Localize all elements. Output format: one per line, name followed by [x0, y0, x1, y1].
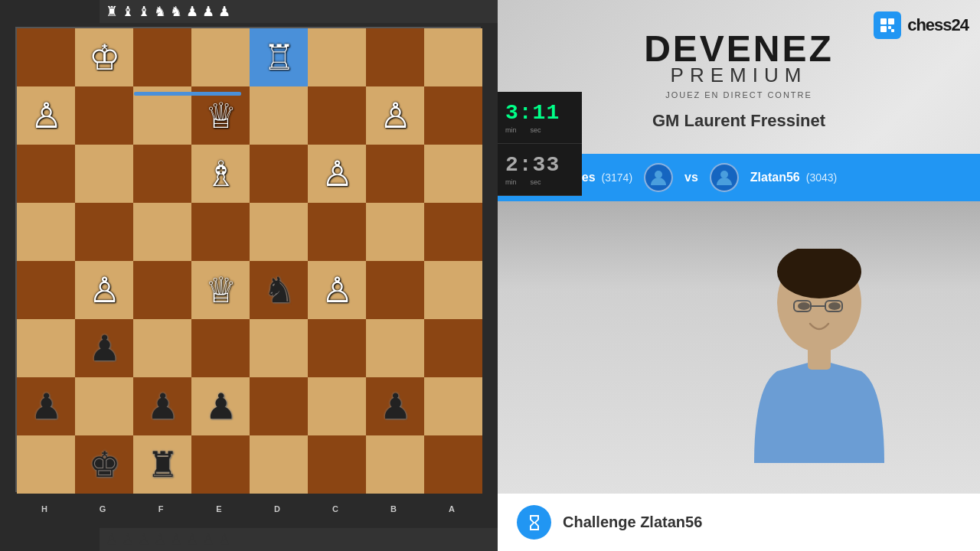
cell-b4[interactable]: [366, 203, 424, 261]
cell-f4[interactable]: [133, 203, 191, 261]
col-b: B: [364, 501, 423, 517]
captured-pieces-bottom: ♙ ♙ ♙ ♙ ♙ ♙ ♙ ♙: [100, 528, 498, 551]
white-queen-e5: ♕: [205, 272, 237, 308]
col-e: E: [190, 501, 248, 517]
cell-h6[interactable]: [17, 319, 75, 377]
cell-g3[interactable]: [75, 145, 133, 203]
cell-f3[interactable]: [133, 145, 191, 203]
white-rook-d1: ♖: [263, 40, 295, 75]
black-pawn-e7: ♟: [205, 389, 237, 424]
black-pawn-g6: ♟: [89, 331, 120, 366]
timer-top-value: 3:11: [505, 101, 574, 125]
chess24-logo[interactable]: chess24: [874, 11, 969, 39]
cell-d6[interactable]: [250, 319, 308, 377]
cell-a1[interactable]: [424, 28, 482, 86]
cell-e5[interactable]: ♕: [191, 261, 250, 319]
challenge-text[interactable]: Challenge Zlatan56: [563, 514, 702, 531]
cell-e1[interactable]: [191, 28, 250, 86]
cell-c5[interactable]: ♙: [308, 261, 366, 319]
player2-avatar: [710, 163, 739, 192]
cell-c6[interactable]: [308, 319, 366, 377]
cell-g4[interactable]: [75, 203, 133, 261]
cell-g2[interactable]: [75, 86, 133, 145]
white-bishop-e3: ♗: [205, 156, 237, 191]
cell-e7[interactable]: ♟: [191, 377, 250, 435]
cell-b5[interactable]: [366, 261, 424, 319]
cell-b2[interactable]: ♙: [366, 86, 424, 145]
col-f: F: [132, 501, 190, 517]
cell-g8[interactable]: ♚: [75, 435, 133, 494]
cell-h2[interactable]: ♙: [17, 86, 75, 145]
cell-b7[interactable]: ♟: [366, 377, 424, 435]
chess-board-panel: ♜ ♝ ♝ ♞ ♞ ♟ ♟ ♟ 1 2 3 4 5 6 7 8 ♔: [0, 0, 498, 551]
player1-rating: (3174): [602, 171, 632, 184]
cell-c4[interactable]: [308, 203, 366, 261]
col-d: D: [248, 501, 306, 517]
svg-rect-4: [891, 29, 894, 32]
cell-h8[interactable]: [17, 435, 75, 494]
timer-row-top: 3:11 min sec: [498, 92, 582, 144]
cell-g6[interactable]: ♟: [75, 319, 133, 377]
svg-point-6: [720, 171, 728, 178]
board-container: 1 2 3 4 5 6 7 8 ♔ ♖: [15, 19, 490, 532]
cell-g7[interactable]: [75, 377, 133, 435]
cell-c2[interactable]: [308, 86, 366, 145]
cell-d5[interactable]: ♞: [250, 261, 308, 319]
cell-b8[interactable]: [366, 435, 424, 494]
premium-subtitle: PREMIUM: [671, 64, 808, 87]
chess-board[interactable]: ♔ ♖ ♙ ♕ ♙ ♗: [15, 27, 481, 492]
white-pawn-b2: ♙: [380, 98, 411, 133]
timer-top-label: min sec: [505, 126, 574, 134]
cell-d1[interactable]: ♖: [250, 28, 308, 86]
cell-d4[interactable]: [250, 203, 308, 261]
cell-c3[interactable]: ♙: [308, 145, 366, 203]
cell-b3[interactable]: [366, 145, 424, 203]
white-pawn-h2: ♙: [31, 98, 62, 133]
cell-g5[interactable]: ♙: [75, 261, 133, 319]
move-indicator: [134, 92, 241, 96]
cell-f1[interactable]: [133, 28, 191, 86]
challenge-bar[interactable]: Challenge Zlatan56: [498, 494, 980, 551]
cell-f8[interactable]: ♜: [133, 435, 191, 494]
cell-e3[interactable]: ♗: [191, 145, 250, 203]
vs-label: vs: [684, 171, 698, 184]
cell-h7[interactable]: ♟: [17, 377, 75, 435]
cell-d2[interactable]: [250, 86, 308, 145]
cell-a8[interactable]: [424, 435, 482, 494]
cell-c1[interactable]: [308, 28, 366, 86]
cell-f7[interactable]: ♟: [133, 377, 191, 435]
cell-c8[interactable]: [308, 435, 366, 494]
player2-rating: (3043): [806, 171, 837, 184]
cell-b6[interactable]: [366, 319, 424, 377]
cell-e8[interactable]: [191, 435, 250, 494]
cell-a6[interactable]: [424, 319, 482, 377]
cell-a3[interactable]: [424, 145, 482, 203]
cell-b1[interactable]: [366, 28, 424, 86]
cell-a7[interactable]: [424, 377, 482, 435]
cell-a4[interactable]: [424, 203, 482, 261]
cell-g1[interactable]: ♔: [75, 28, 133, 86]
cell-e4[interactable]: [191, 203, 250, 261]
cell-a5[interactable]: [424, 261, 482, 319]
svg-rect-0: [880, 18, 887, 24]
cell-d3[interactable]: [250, 145, 308, 203]
black-rook-f8: ♜: [147, 447, 178, 482]
white-pawn-g5: ♙: [89, 272, 120, 308]
cell-f6[interactable]: [133, 319, 191, 377]
cell-d8[interactable]: [250, 435, 308, 494]
cell-h3[interactable]: [17, 145, 75, 203]
player2-name: Zlatan56: [750, 171, 800, 184]
col-c: C: [306, 501, 364, 517]
black-king: ♚: [89, 447, 120, 482]
cell-e6[interactable]: [191, 319, 250, 377]
cell-f5[interactable]: [133, 261, 191, 319]
svg-point-9: [798, 302, 810, 310]
right-panel: 3:11 min sec 2:33 min sec chess24: [498, 0, 980, 551]
cell-h1[interactable]: [17, 28, 75, 86]
cell-c7[interactable]: [308, 377, 366, 435]
cell-a2[interactable]: [424, 86, 482, 145]
cell-d7[interactable]: [250, 377, 308, 435]
white-pawn-c5: ♙: [322, 272, 353, 308]
cell-h5[interactable]: [17, 261, 75, 319]
cell-h4[interactable]: [17, 203, 75, 261]
